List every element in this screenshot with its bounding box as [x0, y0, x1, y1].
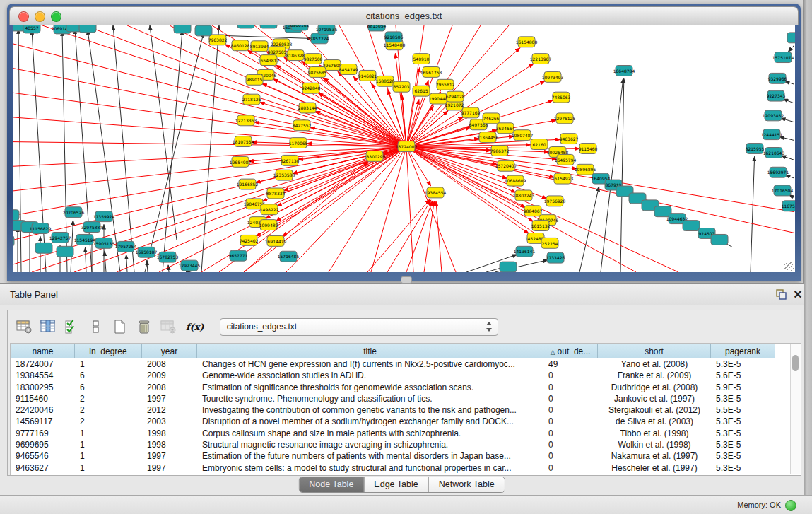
graph-node[interactable]: 14136141 — [514, 246, 536, 257]
graph-node[interactable]: 8215955 — [746, 144, 765, 154]
graph-node[interactable]: 10688609 — [505, 175, 526, 186]
graph-node[interactable]: 18107554 — [233, 136, 254, 147]
graph-node[interactable]: 16154923 — [552, 173, 574, 184]
graph-node[interactable]: 1615132 — [531, 221, 551, 231]
graph-node[interactable]: 62160 — [531, 139, 548, 150]
graph-node[interactable] — [195, 25, 212, 36]
graph-node[interactable]: 12213363 — [235, 115, 257, 126]
tab-node-table[interactable]: Node Table — [299, 477, 363, 492]
graph-node[interactable]: 8454749 — [339, 64, 358, 75]
graph-node[interactable]: 19756928 — [544, 196, 566, 206]
table-columns-icon[interactable] — [39, 318, 57, 335]
table-select-dropdown[interactable]: citations_edges.txt — [220, 318, 498, 336]
graph-node[interactable] — [57, 246, 73, 257]
graph-node[interactable]: 16210643 — [763, 148, 785, 158]
graph-node[interactable]: 9875685 — [308, 66, 327, 77]
graph-node[interactable]: 7986372 — [490, 146, 510, 156]
graph-node[interactable]: 12942757 — [49, 232, 71, 243]
delete-column-icon[interactable] — [135, 318, 153, 335]
graph-node[interactable]: 10653267 — [235, 25, 257, 28]
graph-node[interactable] — [500, 262, 517, 272]
graph-node[interactable]: 16958187 — [136, 247, 158, 257]
graph-node[interactable]: 7955812 — [436, 79, 455, 90]
graph-node[interactable]: 12093852 — [763, 110, 784, 121]
graph-node[interactable]: 3624554 — [496, 123, 515, 134]
function-builder-icon[interactable]: f(x) — [186, 322, 204, 332]
column-header-pagerank[interactable]: pagerank — [711, 344, 775, 358]
graph-node[interactable]: 18724007 — [396, 141, 418, 152]
graph-node[interactable]: 7425402 — [240, 235, 259, 245]
graph-node[interactable]: 12444151 — [761, 129, 783, 140]
graph-node[interactable]: 12213967 — [530, 54, 552, 64]
graph-node[interactable]: 9463627 — [560, 134, 579, 144]
graph-node[interactable]: 20206526 — [63, 207, 85, 218]
graph-node[interactable]: 9329966 — [768, 73, 787, 83]
graph-node[interactable]: 1990448 — [429, 93, 448, 104]
graph-node[interactable]: 11156829 — [30, 223, 52, 234]
graph-node[interactable]: 16495794 — [555, 154, 577, 165]
graph-node[interactable]: 19384554 — [425, 187, 447, 198]
graph-node[interactable]: 16961758 — [420, 66, 442, 77]
graph-node[interactable]: 19166852 — [237, 179, 259, 189]
graph-node[interactable]: 9242848 — [302, 83, 321, 93]
graph-node[interactable]: 746266 — [483, 113, 500, 124]
graph-node[interactable]: 15692971 — [767, 167, 789, 177]
graph-node[interactable]: 16543812 — [258, 55, 280, 66]
graph-node[interactable]: 1099489 — [259, 220, 278, 230]
column-header-out_de[interactable]: △out_de... — [543, 344, 598, 358]
table-mode-icon[interactable] — [15, 318, 33, 335]
graph-node[interactable]: 252254 — [541, 238, 558, 248]
table-row[interactable]: 946554611997Estimation of the future num… — [11, 450, 801, 462]
graph-node[interactable]: 1167533 — [782, 201, 795, 211]
graph-node[interactable]: 16648784 — [613, 66, 635, 76]
graph-node[interactable] — [79, 25, 96, 33]
table-row[interactable]: 1938455462009Genome-wide association stu… — [11, 370, 801, 381]
graph-node[interactable]: 6794028 — [446, 91, 465, 102]
graph-node[interactable] — [13, 210, 19, 221]
window-resize-grip[interactable] — [784, 262, 794, 271]
graph-node[interactable]: 12353588 — [273, 170, 295, 180]
graph-node[interactable]: 62615 — [413, 86, 430, 96]
table-row[interactable]: 946362711997Embryonic stem cells: a mode… — [11, 462, 801, 474]
graph-node[interactable]: 9884067 — [524, 206, 543, 216]
tab-network-table[interactable]: Network Table — [428, 477, 505, 492]
graph-node[interactable]: 8267130 — [281, 155, 300, 165]
graph-node[interactable]: 15905135 — [93, 238, 115, 248]
graph-node[interactable]: 9146821 — [358, 70, 377, 81]
tab-edge-table[interactable]: Edge Table — [363, 477, 428, 492]
graph-node[interactable]: 15716485 — [278, 251, 300, 262]
graph-node[interactable]: 10719535 — [316, 25, 338, 35]
graph-node[interactable]: 16154808 — [516, 37, 538, 47]
graph-node[interactable] — [174, 25, 191, 33]
graph-node[interactable]: 8860128 — [231, 40, 250, 51]
graph-node[interactable]: 10896895 — [575, 164, 596, 175]
graph-node[interactable]: 32975887 — [81, 222, 103, 233]
graph-node[interactable]: 21364456 — [477, 132, 499, 143]
float-panel-icon[interactable] — [776, 289, 787, 300]
graph-node[interactable]: 1498222 — [260, 204, 279, 215]
column-header-title[interactable]: title — [197, 344, 543, 358]
graph-node[interactable]: 16914479 — [265, 235, 287, 246]
graph-node[interactable]: 10807487 — [512, 130, 534, 141]
graph-node[interactable]: 19654987 — [230, 156, 252, 167]
graph-node[interactable]: 8878334 — [266, 188, 286, 199]
graph-node[interactable]: 17957254 — [115, 241, 137, 252]
graph-node[interactable]: 9115460 — [579, 144, 598, 154]
graph-node[interactable]: 6966162 — [290, 25, 310, 30]
graph-node[interactable]: 8186328 — [286, 50, 305, 61]
graph-node[interactable]: 2803144 — [298, 103, 317, 113]
graph-node[interactable]: 1170065 — [289, 138, 308, 148]
graph-node[interactable]: 8912934 — [250, 41, 269, 52]
table-row[interactable]: 2242004622012Investigating the contribut… — [11, 404, 801, 416]
rows-icon[interactable] — [87, 318, 105, 335]
graph-node[interactable]: 10973493 — [542, 71, 564, 82]
column-header-name[interactable]: name — [11, 344, 75, 358]
new-column-icon[interactable] — [111, 318, 129, 335]
table-row[interactable]: 1872400712008Changes of HCN gene express… — [11, 358, 801, 370]
column-header-year[interactable]: year — [142, 344, 197, 358]
graph-node[interactable] — [683, 221, 700, 231]
network-canvas[interactable]: 7963822886012889129342226053898275051654… — [13, 25, 795, 272]
graph-node[interactable]: 9657771 — [229, 250, 248, 261]
table-row[interactable]: 977716911998Corpus callosum shape and si… — [11, 428, 801, 439]
graph-node[interactable]: 7963822 — [208, 35, 228, 45]
